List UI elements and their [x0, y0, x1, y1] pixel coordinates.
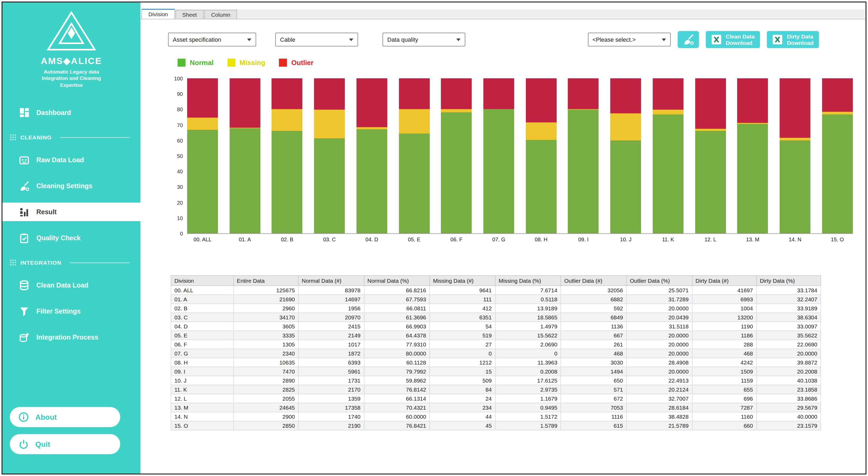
tab-column[interactable]: Column: [204, 10, 237, 19]
chart-x-labels: 00. ALL01. A02. B03. C04. D05. E06. F07.…: [187, 237, 853, 242]
table-row: 07. G2340187280.00000046820.000046820.00…: [171, 349, 821, 358]
bar-segment-outlier: [229, 78, 260, 127]
y-tick-label: 50: [177, 154, 183, 159]
sidebar-item-integration-process[interactable]: Integration Process: [2, 328, 141, 347]
division-cell: 08. H: [171, 358, 233, 367]
value-cell: 23.1579: [756, 421, 821, 430]
action-cluster: <Please select.> Clean Data Download: [588, 31, 819, 48]
value-cell: 1.4979: [495, 322, 561, 331]
division-cell: 13. M: [171, 403, 233, 412]
clean-data-download-button[interactable]: Clean Data Download: [706, 31, 760, 48]
sidebar-item-result[interactable]: Result: [2, 203, 141, 221]
division-cell: 10. J: [171, 376, 233, 385]
legend-label: Missing: [240, 59, 266, 67]
value-cell: 33.0097: [756, 322, 821, 331]
division-cell: 09. I: [171, 367, 233, 376]
bar-segment-normal: [610, 141, 641, 233]
x-tick-label: 08. H: [526, 237, 557, 242]
bar-segment-missing: [695, 129, 726, 131]
x-tick-label: 07. G: [484, 237, 514, 242]
sidebar-item-raw-data-load[interactable]: Raw Data Load: [2, 151, 141, 169]
value-cell: 24645: [233, 403, 298, 412]
main-content: Division Sheet Column Asset specificatio…: [141, 2, 866, 474]
bar-segment-missing: [780, 138, 810, 141]
value-cell: 44: [430, 412, 495, 421]
value-cell: 234: [430, 403, 495, 412]
sidebar-item-cleaning-settings[interactable]: Cleaning Settings: [2, 177, 141, 195]
app-logo: [42, 10, 101, 52]
bar-segment-missing: [610, 113, 641, 141]
asset-specification-dropdown[interactable]: Asset specification: [168, 33, 256, 47]
value-cell: 2415: [298, 322, 364, 331]
value-cell: 40.0000: [756, 412, 821, 421]
sidebar-item-label: Filter Settings: [36, 307, 81, 315]
value-cell: 20.2124: [626, 385, 692, 394]
x-tick-label: 06. F: [441, 237, 472, 242]
value-cell: 0: [430, 349, 495, 358]
quit-button[interactable]: Quit: [10, 434, 120, 454]
button-label: Clean Data Download: [726, 33, 755, 46]
value-cell: 261: [561, 340, 626, 349]
value-cell: 412: [430, 304, 495, 313]
asset-type-dropdown[interactable]: Cable: [275, 33, 358, 47]
value-cell: 66.0811: [364, 304, 430, 313]
section-divider: [70, 262, 130, 263]
bar-segment-normal: [526, 140, 557, 233]
about-button[interactable]: About: [10, 407, 120, 427]
bar-segment-missing: [272, 109, 303, 131]
tab-division[interactable]: Division: [142, 9, 175, 19]
division-cell: 06. F: [171, 340, 233, 349]
table-body: 00. ALL1256758397866.821696417.671432056…: [171, 286, 821, 430]
funnel-icon: [18, 305, 30, 317]
sidebar-item-quality-check[interactable]: Quality Check: [2, 229, 141, 247]
stacked-bar: [568, 78, 599, 233]
power-icon: [18, 439, 29, 449]
value-cell: 84: [430, 385, 495, 394]
dashboard-grid-icon: [18, 107, 30, 118]
sidebar-item-clean-data-load[interactable]: Clean Data Load: [2, 276, 141, 294]
value-cell: 3030: [561, 358, 626, 367]
data-quality-dropdown[interactable]: Data quality: [382, 33, 465, 47]
value-cell: 1017: [298, 340, 364, 349]
value-cell: 60.1128: [364, 358, 430, 367]
dirty-data-download-button[interactable]: Dirty Data Download: [767, 31, 819, 48]
value-cell: 6849: [561, 313, 626, 322]
sidebar-item-label: Dashboard: [36, 109, 71, 116]
table-row: 12. L2055135966.1314241.167967232.700769…: [171, 394, 821, 403]
excel-icon: [772, 34, 783, 45]
tagline-line: Automatic Legacy data: [2, 69, 141, 76]
value-cell: 2055: [233, 394, 298, 403]
cleaning-broom-button[interactable]: [677, 31, 699, 48]
tagline-line: Expertise: [2, 82, 141, 88]
y-tick-label: 90: [177, 92, 183, 97]
value-cell: 1359: [298, 394, 364, 403]
bar-segment-outlier: [356, 78, 387, 127]
sidebar-item-filter-settings[interactable]: Filter Settings: [2, 302, 141, 321]
column-header: Normal Data (#): [298, 275, 364, 286]
table-row: 11. K2825217076.8142842.973557120.212465…: [171, 385, 821, 394]
sidebar-item-dashboard[interactable]: Dashboard: [2, 103, 141, 122]
sidebar-item-label: Quality Check: [36, 234, 81, 242]
bar-segment-normal: [399, 133, 430, 233]
value-cell: 519: [430, 331, 495, 340]
tab-sheet[interactable]: Sheet: [176, 10, 204, 19]
y-tick-label: 20: [177, 200, 183, 206]
value-cell: 7.6714: [495, 286, 561, 295]
value-cell: 1.5172: [495, 412, 561, 421]
division-cell: 02. B: [171, 304, 233, 313]
value-cell: 64.4378: [364, 331, 430, 340]
bar-segment-missing: [314, 109, 345, 138]
stacked-bar: [399, 78, 430, 233]
column-header: Normal Data (%): [364, 275, 430, 286]
x-tick-label: 11. K: [653, 237, 684, 242]
value-cell: 2.9735: [495, 385, 561, 394]
button-label: Dirty Data Download: [787, 33, 814, 46]
value-cell: 571: [561, 385, 626, 394]
value-cell: 20.0000: [626, 304, 692, 313]
please-select-dropdown[interactable]: <Please select.>: [588, 33, 671, 47]
bar-segment-outlier: [822, 78, 853, 112]
tagline-line: Integration and Cleaning: [2, 76, 141, 82]
value-cell: 1731: [298, 376, 364, 385]
brand-tagline: Automatic Legacy data Integration and Cl…: [2, 69, 141, 88]
division-cell: 11. K: [171, 385, 233, 394]
